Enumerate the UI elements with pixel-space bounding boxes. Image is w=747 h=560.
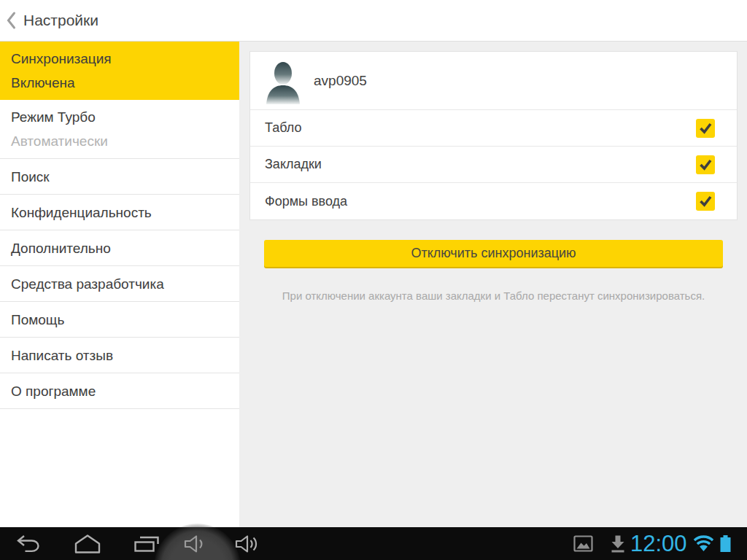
sidebar-item-sublabel: Автоматически	[11, 133, 239, 149]
disable-sync-button[interactable]: Отключить синхронизацию	[264, 240, 723, 267]
sidebar-item-label: Дополнительно	[11, 240, 239, 257]
avatar	[265, 62, 301, 104]
sidebar-item-label: О программе	[11, 383, 239, 400]
sidebar-item-label: Синхронизация	[11, 50, 239, 67]
volume-down-icon[interactable]	[184, 535, 212, 553]
checkmark-icon	[698, 121, 713, 136]
sidebar-item-label: Написать отзыв	[11, 347, 239, 364]
checkmark-icon	[698, 158, 713, 172]
sync-option-row-forms[interactable]: Формы ввода	[250, 183, 737, 219]
sidebar-item-devtools[interactable]: Средства разработчика	[0, 266, 239, 302]
sync-note: При отключении аккаунта ваши закладки и …	[264, 289, 723, 302]
back-chevron-icon	[6, 11, 16, 30]
sync-option-row-tablo[interactable]: Табло	[250, 110, 737, 147]
battery-icon	[720, 535, 731, 552]
checkbox-tablo[interactable]	[696, 119, 715, 138]
sidebar-item-label: Помощь	[11, 311, 239, 328]
sidebar-item-feedback[interactable]: Написать отзыв	[0, 338, 239, 373]
back-button[interactable]	[0, 0, 22, 42]
sidebar-item-label: Конфиденциальность	[11, 204, 239, 221]
sidebar-item-label: Средства разработчика	[11, 276, 239, 292]
option-label: Табло	[265, 120, 696, 136]
sidebar-item-label: Режим Турбо	[11, 109, 239, 125]
option-label: Закладки	[265, 157, 696, 172]
sync-option-row-bookmarks[interactable]: Закладки	[250, 147, 737, 183]
username: avp0905	[314, 73, 367, 89]
option-label: Формы ввода	[265, 194, 696, 209]
app-header: Настройки	[0, 0, 747, 42]
back-icon[interactable]	[16, 534, 41, 553]
sidebar-item-label: Поиск	[11, 168, 239, 185]
recent-apps-icon[interactable]	[134, 535, 159, 552]
sidebar-item-sublabel: Включена	[11, 74, 239, 91]
sidebar-item-about[interactable]: О программе	[0, 373, 239, 409]
gallery-icon[interactable]	[573, 535, 593, 552]
account-row: avp0905	[250, 52, 737, 110]
android-navbar: 12:00	[0, 527, 747, 560]
home-icon[interactable]	[74, 534, 101, 553]
sidebar-item-advanced[interactable]: Дополнительно	[0, 230, 239, 266]
checkbox-forms[interactable]	[696, 192, 715, 211]
status-clock: 12:00	[630, 527, 687, 560]
sync-settings-panel: avp0905 Табло Закладки Фо	[239, 42, 747, 527]
sidebar-item-privacy[interactable]: Конфиденциальность	[0, 195, 239, 230]
main-area: Синхронизация Включена Режим Турбо Автом…	[0, 42, 747, 527]
sidebar-item-search[interactable]: Поиск	[0, 159, 239, 195]
wifi-icon	[693, 535, 714, 552]
account-card: avp0905 Табло Закладки Фо	[249, 51, 738, 220]
settings-sidebar: Синхронизация Включена Режим Турбо Автом…	[0, 42, 239, 527]
page-title: Настройки	[23, 12, 98, 29]
sidebar-item-sync[interactable]: Синхронизация Включена	[0, 42, 239, 100]
download-icon[interactable]	[610, 534, 626, 553]
sidebar-item-turbo[interactable]: Режим Турбо Автоматически	[0, 100, 239, 159]
checkmark-icon	[698, 194, 713, 209]
checkbox-bookmarks[interactable]	[696, 155, 715, 174]
volume-up-icon[interactable]	[235, 535, 267, 553]
sidebar-item-help[interactable]: Помощь	[0, 302, 239, 338]
